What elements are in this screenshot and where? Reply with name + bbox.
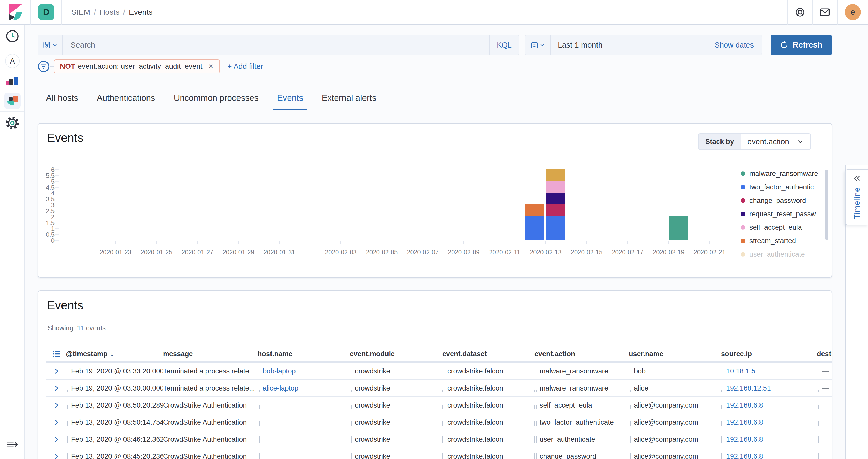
drag-handle[interactable] <box>721 436 723 443</box>
legend-item-two-factor-authenticate[interactable]: two_factor_authentic... <box>741 180 823 194</box>
drag-handle[interactable] <box>721 453 723 459</box>
date-quick-menu-button[interactable] <box>525 35 550 55</box>
bar-segment-request-reset-password[interactable] <box>546 192 565 205</box>
cell-event-dataset[interactable]: crowdstrike.falcon <box>442 453 534 459</box>
timeline-toggle-button[interactable]: Timeline <box>845 169 868 225</box>
cell-destination-ip[interactable]: — <box>817 367 832 375</box>
drag-handle[interactable] <box>629 436 631 443</box>
tab-all-hosts[interactable]: All hosts <box>45 93 79 110</box>
bar-segment-user-authenticate[interactable] <box>546 169 565 181</box>
cell-value[interactable]: 192.168.6.8 <box>726 435 763 443</box>
bar-segment-stream-started[interactable] <box>525 205 544 216</box>
cell-value[interactable]: 10.18.1.5 <box>726 367 755 375</box>
drag-handle[interactable] <box>442 453 444 459</box>
drag-handle[interactable] <box>257 385 259 392</box>
drag-handle[interactable] <box>817 453 819 459</box>
cell-host-name[interactable]: — <box>257 435 350 443</box>
space-badge[interactable]: D <box>38 4 54 20</box>
drag-handle[interactable] <box>66 402 68 408</box>
drag-handle[interactable] <box>442 419 444 426</box>
cell-user-name[interactable]: alice@company.com <box>629 435 721 443</box>
drag-handle[interactable] <box>442 402 444 408</box>
expand-row-button[interactable] <box>46 385 66 392</box>
cell-timestamp[interactable]: Feb 13, 2020 @ 08:45:20.236 <box>66 453 163 459</box>
drag-handle[interactable] <box>629 368 631 374</box>
stack-by-select[interactable]: event.action <box>741 134 810 149</box>
drag-handle[interactable] <box>442 385 444 392</box>
cell-destination-ip[interactable]: — <box>817 384 832 392</box>
user-avatar[interactable]: e <box>845 4 861 20</box>
drag-handle[interactable] <box>817 419 819 426</box>
cell-timestamp[interactable]: Feb 13, 2020 @ 08:46:12.362 <box>66 435 163 443</box>
cell-event-module[interactable]: crowdstrike <box>350 419 442 426</box>
cell-user-name[interactable]: alice@company.com <box>629 453 721 459</box>
cell-value[interactable]: alice-laptop <box>263 384 299 392</box>
legend-item-user-authenticate[interactable]: user_authenticate <box>741 248 823 259</box>
cell-timestamp[interactable]: Feb 19, 2020 @ 03:30:00.000 <box>66 384 163 392</box>
cell-source-ip[interactable]: 192.168.6.8 <box>721 453 817 459</box>
cell-timestamp[interactable]: Feb 13, 2020 @ 08:50:14.754 <box>66 419 163 426</box>
drag-handle[interactable] <box>350 402 352 408</box>
cell-event-dataset[interactable]: crowdstrike.falcon <box>442 367 534 375</box>
expand-row-button[interactable] <box>46 402 66 408</box>
drag-handle[interactable] <box>817 385 819 392</box>
column-header-message[interactable]: message <box>163 350 257 358</box>
cell-source-ip[interactable]: 10.18.1.5 <box>721 367 817 375</box>
column-header-host-name[interactable]: host.name <box>257 350 350 358</box>
drag-handle[interactable] <box>442 436 444 443</box>
cell-value[interactable]: 192.168.6.8 <box>726 401 763 409</box>
cell-event-action[interactable]: two_factor_authenticate <box>534 419 629 426</box>
saved-query-menu-button[interactable] <box>38 35 62 55</box>
legend-item-stream-started[interactable]: stream_started <box>741 234 823 248</box>
refresh-button[interactable]: Refresh <box>771 35 832 55</box>
drag-handle[interactable] <box>534 402 536 408</box>
cell-event-action[interactable]: malware_ransomware <box>534 367 629 375</box>
drag-handle[interactable] <box>534 368 536 374</box>
legend-item-malware-ransomware[interactable]: malware_ransomware <box>741 167 823 180</box>
expand-row-button[interactable] <box>46 368 66 374</box>
drag-handle[interactable] <box>66 436 68 443</box>
legend-scrollbar[interactable] <box>825 170 828 240</box>
cell-destination-ip[interactable]: — <box>817 419 832 426</box>
cell-source-ip[interactable]: 192.168.6.8 <box>721 419 817 426</box>
column-header-event-dataset[interactable]: event.dataset <box>442 350 534 358</box>
cell-value[interactable]: 192.168.6.8 <box>726 453 763 459</box>
nav-app-a-button[interactable]: A <box>4 53 21 69</box>
dock-navigation-button[interactable] <box>4 437 21 452</box>
kql-menu-button[interactable]: KQL <box>490 35 519 55</box>
cell-value[interactable]: bob-laptop <box>263 367 296 375</box>
bar-segment-two-factor-authenticate[interactable] <box>525 216 544 240</box>
cell-event-module[interactable]: crowdstrike <box>350 435 442 443</box>
cell-event-action[interactable]: malware_ransomware <box>534 384 629 392</box>
cell-event-module[interactable]: crowdstrike <box>350 453 442 459</box>
cell-user-name[interactable]: alice <box>629 384 721 392</box>
cell-source-ip[interactable]: 192.168.12.51 <box>721 384 817 392</box>
drag-handle[interactable] <box>817 402 819 408</box>
cell-destination-ip[interactable]: — <box>817 453 832 459</box>
cell-host-name[interactable]: — <box>257 401 350 409</box>
cell-timestamp[interactable]: Feb 19, 2020 @ 03:33:20.000 <box>66 367 163 375</box>
kibana-logo-icon[interactable] <box>9 4 23 21</box>
drag-handle[interactable] <box>257 436 259 443</box>
drag-handle[interactable] <box>257 402 259 408</box>
cell-host-name[interactable]: bob-laptop <box>257 367 350 375</box>
drag-handle[interactable] <box>534 385 536 392</box>
drag-handle[interactable] <box>66 368 68 374</box>
column-header-user-name[interactable]: user.name <box>629 350 721 358</box>
drag-handle[interactable] <box>350 419 352 426</box>
nav-management-button[interactable] <box>4 115 21 131</box>
legend-item-request-reset-password[interactable]: request_reset_passw... <box>741 207 823 221</box>
cell-user-name[interactable]: alice@company.com <box>629 419 721 426</box>
column-header-event-module[interactable]: event.module <box>350 350 442 358</box>
cell-source-ip[interactable]: 192.168.6.8 <box>721 401 817 409</box>
column-header-source-ip[interactable]: source.ip <box>721 350 817 358</box>
drag-handle[interactable] <box>350 368 352 374</box>
tab-external-alerts[interactable]: External alerts <box>321 93 377 110</box>
bar-segment-two-factor-authenticate[interactable] <box>546 216 565 240</box>
drag-handle[interactable] <box>817 368 819 374</box>
drag-handle[interactable] <box>817 436 819 443</box>
drag-handle[interactable] <box>350 453 352 459</box>
cell-event-dataset[interactable]: crowdstrike.falcon <box>442 435 534 443</box>
drag-handle[interactable] <box>629 385 631 392</box>
cell-event-dataset[interactable]: crowdstrike.falcon <box>442 419 534 426</box>
